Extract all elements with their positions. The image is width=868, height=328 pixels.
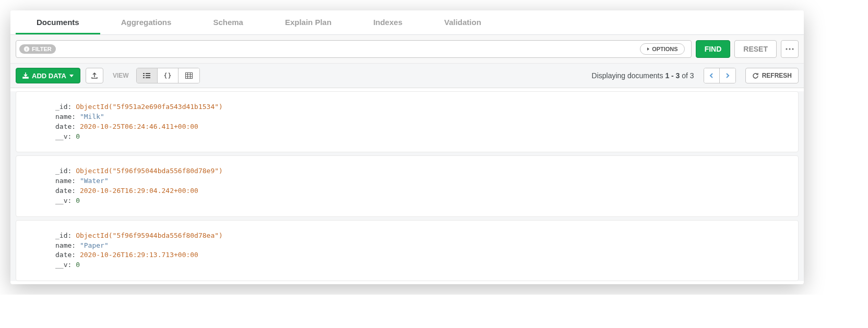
field-row: _id: ObjectId("5f96f95044bda556f80d78e9"… bbox=[55, 166, 793, 176]
svg-rect-10 bbox=[146, 77, 150, 78]
count-of: of 3 bbox=[680, 71, 694, 80]
filter-pill-label: FILTER bbox=[32, 46, 52, 52]
download-icon bbox=[22, 72, 29, 79]
view-table-button[interactable] bbox=[179, 68, 199, 83]
document-card[interactable]: _id: ObjectId("5f951a2e690fa543d41b1534"… bbox=[16, 91, 799, 152]
field-row: _id: ObjectId("5f951a2e690fa543d41b1534"… bbox=[55, 102, 793, 112]
find-button[interactable]: FIND bbox=[696, 40, 731, 58]
svg-point-2 bbox=[786, 48, 787, 50]
prev-page-button[interactable] bbox=[704, 68, 720, 83]
tab-aggregations[interactable]: Aggregations bbox=[100, 10, 193, 34]
svg-point-3 bbox=[789, 48, 790, 50]
result-count: Displaying documents 1 - 3 of 3 bbox=[592, 71, 694, 80]
pager bbox=[704, 68, 736, 83]
svg-rect-11 bbox=[185, 73, 192, 79]
compass-window: Documents Aggregations Schema Explain Pl… bbox=[10, 10, 804, 284]
view-label: VIEW bbox=[113, 72, 129, 79]
field-row: name: "Paper" bbox=[55, 241, 793, 251]
refresh-icon bbox=[752, 72, 759, 79]
export-button[interactable] bbox=[86, 68, 103, 83]
filter-pill: i FILTER bbox=[19, 44, 56, 54]
field-row: _id: ObjectId("5f96f95944bda556f80d78ea"… bbox=[55, 231, 793, 241]
next-page-button[interactable] bbox=[720, 68, 735, 83]
chevron-right-icon bbox=[726, 73, 730, 78]
tab-schema[interactable]: Schema bbox=[192, 10, 264, 34]
count-range: 1 - 3 bbox=[665, 71, 680, 80]
query-bar: i FILTER OPTIONS FIND RESET bbox=[10, 35, 804, 64]
field-row: date: 2020-10-26T16:29:13.713+00:00 bbox=[55, 250, 793, 260]
svg-text:i: i bbox=[26, 47, 27, 52]
view-json-button[interactable] bbox=[158, 68, 179, 83]
refresh-button[interactable]: REFRESH bbox=[745, 68, 799, 83]
braces-icon bbox=[164, 72, 171, 79]
view-list-button[interactable] bbox=[137, 68, 158, 83]
svg-rect-6 bbox=[146, 73, 150, 74]
svg-rect-7 bbox=[143, 75, 145, 76]
field-row: __v: 0 bbox=[55, 196, 793, 206]
svg-point-4 bbox=[792, 48, 793, 50]
field-row: date: 2020-10-25T06:24:46.411+00:00 bbox=[55, 122, 793, 132]
field-row: __v: 0 bbox=[55, 260, 793, 270]
add-data-button[interactable]: ADD DATA bbox=[16, 68, 80, 83]
ellipsis-icon bbox=[786, 48, 794, 50]
filter-input-wrap: i FILTER OPTIONS bbox=[16, 40, 692, 58]
document-card[interactable]: _id: ObjectId("5f96f95044bda556f80d78e9"… bbox=[16, 155, 799, 216]
count-prefix: Displaying documents bbox=[592, 71, 665, 80]
document-list: _id: ObjectId("5f951a2e690fa543d41b1534"… bbox=[10, 91, 804, 281]
refresh-label: REFRESH bbox=[762, 72, 792, 79]
options-button[interactable]: OPTIONS bbox=[640, 43, 685, 55]
caret-down-icon bbox=[69, 75, 74, 77]
field-row: date: 2020-10-26T16:29:04.242+00:00 bbox=[55, 186, 793, 196]
info-icon: i bbox=[23, 46, 30, 52]
svg-rect-8 bbox=[146, 75, 150, 76]
reset-button[interactable]: RESET bbox=[734, 40, 777, 58]
document-card[interactable]: _id: ObjectId("5f96f95944bda556f80d78ea"… bbox=[16, 220, 799, 281]
svg-rect-5 bbox=[143, 73, 145, 74]
filter-input[interactable] bbox=[56, 45, 640, 53]
collection-tabs: Documents Aggregations Schema Explain Pl… bbox=[10, 10, 804, 35]
tab-explain-plan[interactable]: Explain Plan bbox=[264, 10, 352, 34]
table-icon bbox=[185, 72, 193, 79]
field-row: __v: 0 bbox=[55, 132, 793, 142]
more-menu-button[interactable] bbox=[781, 40, 799, 58]
tab-documents[interactable]: Documents bbox=[16, 10, 100, 34]
field-row: name: "Water" bbox=[55, 176, 793, 186]
export-icon bbox=[91, 72, 98, 79]
view-switcher bbox=[136, 68, 200, 83]
documents-toolbar: ADD DATA VIEW Displaying documents 1 - 3… bbox=[10, 64, 804, 88]
add-data-label: ADD DATA bbox=[32, 72, 66, 80]
caret-right-icon bbox=[647, 47, 650, 51]
chevron-left-icon bbox=[709, 73, 714, 78]
tab-indexes[interactable]: Indexes bbox=[352, 10, 423, 34]
list-icon bbox=[143, 72, 150, 79]
svg-rect-9 bbox=[143, 77, 145, 78]
options-label: OPTIONS bbox=[652, 46, 678, 52]
field-row: name: "Milk" bbox=[55, 112, 793, 122]
tab-validation[interactable]: Validation bbox=[423, 10, 502, 34]
